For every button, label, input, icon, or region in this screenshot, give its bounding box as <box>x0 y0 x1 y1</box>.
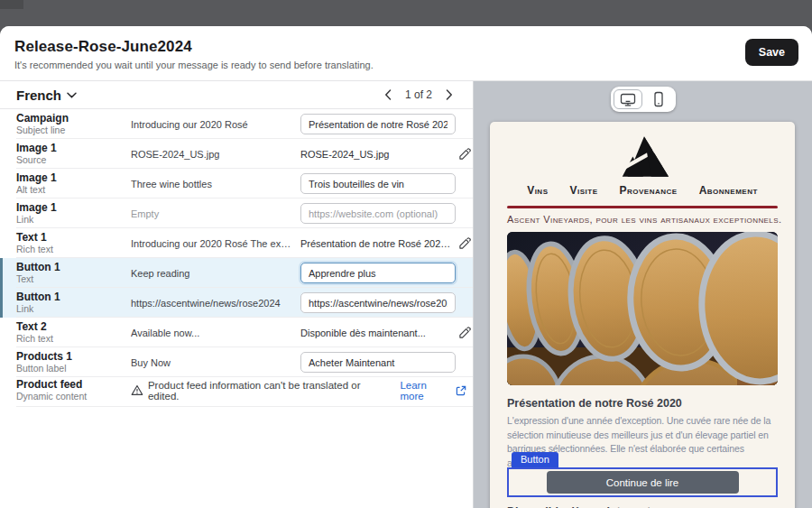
row-product-feed: Product feedDynamic content Product feed… <box>0 377 473 407</box>
row-label: Image 1 <box>16 202 131 214</box>
row-sublabel: Subject line <box>16 125 131 136</box>
page-count: 1 of 2 <box>405 88 432 101</box>
brand-divider <box>507 206 778 208</box>
window-corner <box>0 0 23 9</box>
selection-outline: Continue de lire <box>507 467 778 497</box>
row-sublabel: Dynamic content <box>16 392 131 402</box>
row-sublabel: Alt text <box>16 185 131 196</box>
row-label: Image 1 <box>16 143 131 154</box>
desktop-icon <box>620 92 636 107</box>
row-button1-text: Button 1Text Keep reading <box>0 258 473 288</box>
mobile-icon <box>651 91 667 107</box>
nav-item-abonnement[interactable]: Abonnement <box>699 184 758 197</box>
row-image1-alt-text: Image 1Alt text Three wine bottles <box>0 169 473 199</box>
source-text: Three wine bottles <box>131 179 300 189</box>
email-nav: Vins Visite Provenance Abonnement <box>507 184 778 197</box>
browser-chrome-bar <box>0 0 812 26</box>
row-image1-source: Image 1Source ROSE-2024_US.jpg ROSE-2024… <box>0 139 473 169</box>
brand-tagline: Ascent Vineyards, pour les vins artisana… <box>507 214 778 225</box>
warning-icon <box>131 384 143 396</box>
previous-page-button[interactable] <box>383 88 393 102</box>
save-button[interactable]: Save <box>745 39 798 66</box>
edit-pencil-icon[interactable] <box>457 147 472 162</box>
translation-input[interactable] <box>300 114 456 134</box>
row-button1-link: Button 1Link https://ascentwine/news/ros… <box>0 288 473 318</box>
selection-tag: Button <box>512 452 558 467</box>
notice-text: Product feed information can't be transl… <box>148 380 393 402</box>
source-text: Introducing our 2020 Rosé The expressi… <box>131 238 300 249</box>
learn-more-link[interactable]: Learn more <box>400 380 466 402</box>
source-text: Available now... <box>131 328 300 338</box>
source-text: Empty <box>131 208 300 219</box>
page-header: Release-Rose-June2024 It's recommended y… <box>0 26 812 81</box>
nav-item-vins[interactable]: Vins <box>527 184 548 197</box>
page-title: Release-Rose-June2024 <box>14 38 798 56</box>
source-text: Keep reading <box>131 268 300 279</box>
row-products1-button-label: Products 1Button label Buy Now <box>0 347 473 377</box>
language-label: French <box>16 88 61 103</box>
selected-element-overlay: Button Continue de lire <box>507 450 778 497</box>
translation-table-panel: French 1 of 2 CampaignSubject line Intro… <box>0 81 474 508</box>
pagination: 1 of 2 <box>383 88 455 102</box>
source-text: ROSE-2024_US.jpg <box>131 149 300 160</box>
device-toggle <box>611 87 676 112</box>
chevron-right-icon <box>446 89 453 100</box>
next-page-button[interactable] <box>444 88 455 102</box>
chevron-down-icon <box>67 92 77 98</box>
translation-input[interactable] <box>300 203 456 224</box>
row-sublabel: Link <box>16 304 131 315</box>
translation-input[interactable] <box>300 173 456 194</box>
row-sublabel: Text <box>16 274 131 285</box>
email-preview-panel: Vins Visite Provenance Abonnement Ascent… <box>474 81 812 508</box>
row-label: Text 2 <box>16 321 131 333</box>
translation-text: ROSE-2024_US.jpg <box>300 149 456 160</box>
desktop-view-button[interactable] <box>614 89 642 109</box>
main-window: Release-Rose-June2024 It's recommended y… <box>0 26 812 508</box>
row-label: Text 1 <box>16 232 131 244</box>
email-preview: Vins Visite Provenance Abonnement Ascent… <box>490 122 795 508</box>
row-label: Button 1 <box>16 291 131 303</box>
brand-logo <box>507 136 778 177</box>
row-sublabel: Rich text <box>16 334 131 345</box>
row-image1-link: Image 1Link Empty <box>0 199 473 228</box>
translation-input[interactable] <box>300 263 456 283</box>
source-text: https://ascentwine/news/rose2024 <box>131 298 300 309</box>
chevron-left-icon <box>384 89 392 100</box>
external-link-icon <box>456 385 466 396</box>
row-label: Button 1 <box>16 262 131 273</box>
row-sublabel: Button label <box>16 364 131 374</box>
row-label: Image 1 <box>16 172 131 184</box>
email-heading: Présentation de notre Rosé 2020 <box>507 397 778 410</box>
row-sublabel: Link <box>16 215 131 226</box>
mobile-view-button[interactable] <box>644 89 673 109</box>
edit-pencil-icon[interactable] <box>457 326 472 340</box>
table-toolbar: French 1 of 2 <box>0 81 473 109</box>
page-subtitle: It's recommended you wait until your mes… <box>14 60 798 70</box>
translation-input[interactable] <box>300 292 456 313</box>
edit-pencil-icon[interactable] <box>457 236 472 251</box>
row-sublabel: Rich text <box>16 245 131 255</box>
nav-item-visite[interactable]: Visite <box>569 184 597 197</box>
row-sublabel: Source <box>16 155 131 166</box>
row-label: Product feed <box>16 379 131 391</box>
row-label: Campaign <box>16 113 131 125</box>
language-dropdown[interactable]: French <box>16 88 77 103</box>
translation-text: Présentation de notre Rosé 2020 L'… <box>300 238 456 249</box>
source-text: Introducing our 2020 Rosé <box>131 119 300 130</box>
row-campaign-subject: CampaignSubject line Introducing our 202… <box>0 109 473 139</box>
wine-barrels-image <box>507 232 778 385</box>
translation-input[interactable] <box>300 352 456 373</box>
nav-item-provenance[interactable]: Provenance <box>620 184 678 197</box>
row-text2-rich-text: Text 2Rich text Available now... Disponi… <box>0 318 473 347</box>
product-feed-notice: Product feed information can't be transl… <box>131 380 474 402</box>
translation-editor: Release-Rose-June2024 It's recommended y… <box>0 0 812 508</box>
source-text: Buy Now <box>131 357 300 368</box>
translation-text: Disponible dès maintenant... <box>300 328 456 338</box>
row-label: Products 1 <box>16 351 131 363</box>
mountain-logo-icon <box>616 136 669 177</box>
row-text1-rich-text: Text 1Rich text Introducing our 2020 Ros… <box>0 228 473 258</box>
email-cta-button[interactable]: Continue de lire <box>547 471 739 494</box>
